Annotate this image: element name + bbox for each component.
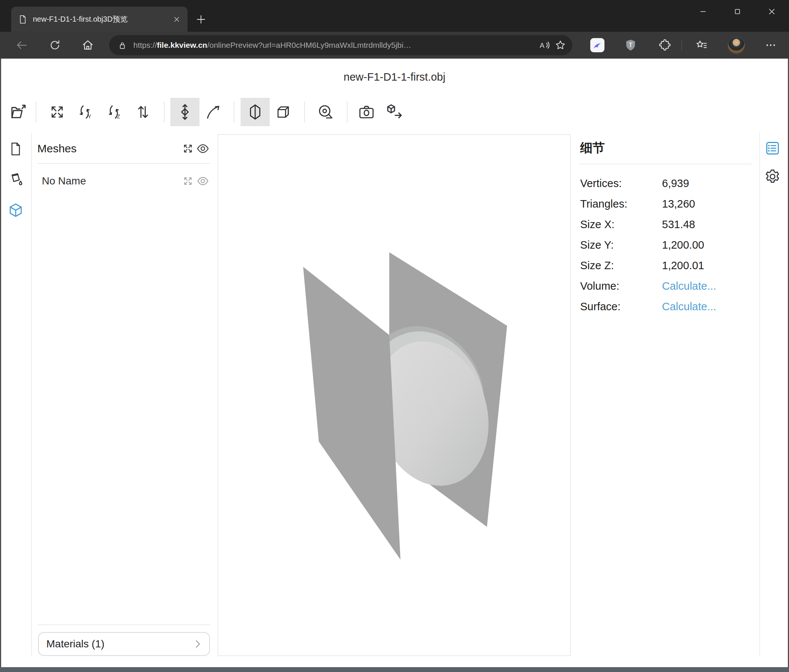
- detail-row-vertices: Vertices: 6,939: [580, 173, 752, 194]
- detail-row-size-x: Size X: 531.48: [580, 214, 752, 235]
- detail-row-size-y: Size Y: 1,200.00: [580, 235, 752, 255]
- navbar-divider: [681, 40, 682, 51]
- details-header: 细节: [580, 140, 605, 156]
- address-bar[interactable]: https://file.kkview.cn/onlinePreview?url…: [109, 35, 572, 55]
- fit-view-button[interactable]: [43, 98, 72, 126]
- svg-text:Z: Z: [117, 113, 120, 119]
- window-bottom-bar: [0, 667, 789, 672]
- chevron-right-icon: [192, 639, 203, 650]
- flip-vertical-button[interactable]: [128, 98, 158, 126]
- browser-menu-icon[interactable]: [762, 37, 779, 54]
- browser-navbar: https://file.kkview.cn/onlinePreview?url…: [0, 32, 789, 59]
- shaded-view-button[interactable]: [241, 98, 270, 126]
- home-icon[interactable]: [79, 36, 97, 54]
- toggle-all-visibility-eye-icon[interactable]: [195, 141, 210, 156]
- mesh-name-label: No Name: [42, 175, 180, 187]
- browser-titlebar: new-F1-D1-1-first.obj3D预览: [0, 0, 789, 32]
- left-rail-divider: [31, 133, 32, 656]
- rotate-z-button[interactable]: Z: [101, 98, 129, 126]
- mesh-list-item[interactable]: No Name: [37, 172, 210, 189]
- window-left-edge: [0, 59, 1, 667]
- orbit-arrow-button[interactable]: [198, 98, 227, 126]
- materials-paint-icon[interactable]: [7, 170, 25, 188]
- details-list-icon[interactable]: [763, 139, 781, 157]
- screenshot-camera-button[interactable]: [352, 98, 381, 126]
- detail-row-surface: Surface: Calculate...: [580, 296, 752, 317]
- collections-icon[interactable]: [693, 37, 710, 54]
- settings-gear-icon[interactable]: [763, 168, 781, 186]
- tab-title: new-F1-D1-1-first.obj3D预览: [33, 14, 166, 24]
- file-favicon-icon: [18, 14, 28, 24]
- 3d-model-scene: [218, 135, 570, 656]
- left-plane: [303, 267, 401, 560]
- profile-avatar[interactable]: [728, 37, 745, 54]
- fit-mesh-icon[interactable]: [180, 174, 195, 188]
- maximize-icon[interactable]: [720, 0, 755, 23]
- meshes-header-label: Meshes: [37, 142, 180, 155]
- fit-all-meshes-icon[interactable]: [180, 141, 195, 156]
- meshes-cube-icon[interactable]: [7, 201, 25, 219]
- close-window-icon[interactable]: [755, 0, 789, 23]
- refresh-icon[interactable]: [46, 36, 64, 54]
- meshes-panel-header: Meshes: [37, 140, 210, 158]
- url-text: https://file.kkview.cn/onlinePreview?url…: [133, 41, 536, 49]
- read-aloud-icon[interactable]: A: [536, 37, 552, 53]
- export-model-button[interactable]: [380, 98, 409, 126]
- move-vertical-button[interactable]: [170, 98, 200, 126]
- back-icon[interactable]: [13, 36, 30, 54]
- page-title: new-F1-D1-1-first.obj: [0, 71, 789, 83]
- window-controls: [686, 0, 789, 23]
- svg-text:Y: Y: [88, 113, 91, 119]
- materials-button[interactable]: Materials (1): [38, 632, 210, 656]
- right-rail-divider: [759, 133, 760, 656]
- calculate-volume-link[interactable]: Calculate...: [662, 280, 716, 292]
- new-tab-button[interactable]: [193, 11, 209, 28]
- materials-label: Materials (1): [46, 638, 192, 650]
- scene-file-icon[interactable]: [7, 140, 25, 158]
- extensions-puzzle-icon[interactable]: [656, 37, 674, 54]
- browser-window: new-F1-D1-1-first.obj3D预览: [0, 0, 789, 672]
- detail-row-triangles: Triangles: 13,260: [580, 194, 752, 214]
- favorite-star-icon[interactable]: [552, 37, 569, 53]
- tampermonkey-shield-icon[interactable]: T: [622, 37, 639, 54]
- browser-tab[interactable]: new-F1-D1-1-first.obj3D预览: [11, 7, 187, 32]
- measure-button[interactable]: [311, 98, 340, 126]
- lock-icon: [117, 40, 128, 50]
- svg-text:T: T: [629, 41, 632, 48]
- open-model-button[interactable]: [4, 98, 33, 126]
- minimize-icon[interactable]: [686, 0, 720, 23]
- rotate-y-button[interactable]: Y: [71, 98, 101, 126]
- detail-row-volume: Volume: Calculate...: [580, 276, 752, 296]
- toggle-mesh-visibility-eye-icon[interactable]: [195, 174, 210, 188]
- calculate-surface-link[interactable]: Calculate...: [662, 301, 716, 313]
- detail-row-size-z: Size Z: 1,200.01: [580, 255, 752, 276]
- svg-text:A: A: [540, 41, 545, 49]
- 3d-viewport[interactable]: [218, 134, 570, 656]
- wireframe-view-button[interactable]: [268, 98, 298, 126]
- tab-close-icon[interactable]: [171, 14, 182, 25]
- thunder-extension-icon[interactable]: [589, 37, 606, 54]
